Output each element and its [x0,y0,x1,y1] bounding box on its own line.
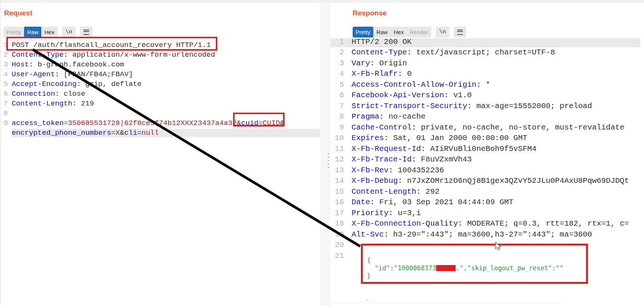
tab-raw[interactable]: Raw [373,27,391,38]
code-row: 11X-Fb-Request-Id: AIiRVuBli0neBoh9f5vSF… [330,143,640,154]
code-row: 2Content-Type: application/x-www-form-ur… [0,50,320,60]
code-line: Content-Type: text/javascript; charset=U… [352,48,555,57]
hamburger-icon [83,30,89,35]
code-row: 18X-Fb-Connection-Quality: MODERATE; q=0… [330,219,640,229]
line-number: 13 [330,166,344,175]
tab-render[interactable]: Render [407,27,431,38]
code-line: Host: b-graph.facebook.com [12,60,124,69]
line-number: 20 [330,241,344,249]
code-line: encrypted_phone_numbers=X&cli=null [12,129,320,137]
code-row: 2Content-Type: text/javascript; charset=… [330,47,640,58]
line-number: 16 [330,198,344,207]
code-line: Facebook-Api-Version: v1.0 [352,91,472,99]
menu-button[interactable] [454,27,466,38]
line-number: 1 [330,38,344,46]
line-number: 15 [330,187,344,196]
code-line: User-Agent: [FBAN/FB4A;FBAV] [12,70,133,78]
code-line: POST /auth/flashcall_account_recovery HT… [12,41,211,49]
code-row: 17Priority: u=3,i [330,208,640,219]
code-line: Priority: u=3,i [352,209,421,217]
code-line: X-Fb-Trace-Id: F8uVZxmVh43 [352,155,472,164]
request-editor[interactable]: 1POST /auth/flashcall_account_recovery H… [0,40,320,306]
code-line: X-Fb-Rlafr: 0 [352,69,412,78]
tab-pretty[interactable]: Pretty [353,27,373,38]
tab-hex[interactable]: Hex [41,27,58,38]
code-row: 3Host: b-graph.facebook.com [0,60,320,69]
code-row: 15Content-Length: 292 [330,186,640,197]
response-tabbar: Pretty Raw Hex Render \n [353,27,466,38]
code-row: 4X-Fb-Rlafr: 0 [330,69,640,80]
line-number: 6 [330,91,344,99]
json-close-brace: } [367,272,564,280]
response-panel-title: Response [353,9,387,17]
code-line: Access-Control-Allow-Origin: * [352,80,490,89]
line-number: 4 [330,69,344,78]
code-line: Content-Type: application/x-www-form-url… [12,51,215,59]
code-row: 8Pragma: no-cache [330,112,640,122]
request-panel-title: Request [4,9,32,17]
code-line: Content-Length: 219 [12,99,94,108]
line-number: 17 [330,209,344,217]
newline-toggle-button[interactable]: \n [436,27,449,38]
code-row: 10Expires: Sat, 01 Jan 2000 00:00:00 GMT [330,133,640,144]
body-area-divider [330,303,561,303]
code-row: 5Access-Control-Allow-Origin: * [330,79,640,90]
request-tabbar: Pretty Raw Hex \n [3,27,92,38]
line-number: 7 [0,99,8,108]
code-line: Pragma: no-cache [352,112,426,121]
code-line: Date: Fri, 03 Sep 2021 04:44:09 GMT [352,198,514,207]
code-row: 7Strict-Transport-Security: max-age=1555… [330,101,640,112]
json-id-prefix: "id":"1000068373 [367,264,436,272]
line-number: 18 [330,219,344,228]
tab-raw[interactable]: Raw [24,27,41,38]
code-line: Strict-Transport-Security: max-age=15552… [352,102,592,110]
line-number: 11 [330,145,344,153]
code-row: 13X-Fb-Rev: 1004352236 [330,165,640,176]
code-line: access_token=350685531728|62f8ce5f74b12X… [12,119,284,127]
line-number: 3 [330,59,344,68]
line-number: 1 [0,41,8,49]
code-row: 8 [0,109,320,118]
code-row: 19Alt-Svc: h3-29=":443"; ma=3600,h3-27="… [330,229,640,240]
line-number: 5 [330,80,344,89]
code-row: 16Date: Fri, 03 Sep 2021 04:44:09 GMT [330,197,640,208]
line-number: 9 [330,123,344,132]
menu-button[interactable] [80,27,92,38]
line-number: 10 [330,134,344,142]
newline-toggle-button[interactable]: \n [62,27,76,38]
json-id-line: "id":"1000068373.","skip_logout_pw_reset… [367,264,564,272]
line-number: 8 [330,112,344,121]
json-open-brace: { [367,256,564,264]
code-line: X-Fb-Request-Id: AIiRVuBli0neBoh9f5vSFM4 [352,145,536,153]
line-number: 2 [0,51,8,59]
code-row: 4User-Agent: [FBAN/FB4A;FBAV] [0,69,320,79]
tab-pretty[interactable]: Pretty [3,27,24,38]
code-row: 14X-Fb-Debug: n7JxZOMr1zO6nQj8B1gex3QZvY… [330,176,640,187]
request-panel: Request Pretty Raw Hex \n 1POST /auth/fl… [0,3,321,306]
panel-splitter[interactable] [320,3,331,306]
code-row: 6Facebook-Api-Version: v1.0 [330,90,640,101]
line-number: 12 [330,155,344,164]
code-row: 3Vary: Origin [330,58,640,69]
burp-message-viewer: Request Pretty Raw Hex \n 1POST /auth/fl… [0,0,644,306]
stray-mark [366,300,368,301]
code-row: encrypted_phone_numbers=X&cli=null [0,128,320,138]
line-number: 4 [0,70,8,78]
line-number: 2 [330,48,344,57]
code-line: Alt-Svc: h3-29=":443"; ma=3600,h3-27=":4… [352,230,592,239]
code-row: 9access_token=350685531728|62f8ce5f74b12… [0,118,320,128]
request-tab-group: Pretty Raw Hex [3,27,58,38]
tab-hex[interactable]: Hex [391,27,407,38]
code-line: Cache-Control: private, no-cache, no-sto… [352,123,624,132]
code-row: 20 [330,240,640,251]
code-line: Expires: Sat, 01 Jan 2000 00:00:00 GMT [352,134,527,142]
code-line: Connection: close [12,90,85,98]
line-number: 19 [330,230,344,239]
code-row: 5Accept-Encoding: gzip, deflate [0,79,320,89]
panel-splitter-handle[interactable] [328,153,329,170]
line-number: 7 [330,102,344,110]
line-number: 3 [0,60,8,69]
code-row: 12X-Fb-Trace-Id: F8uVZxmVh43 [330,154,640,165]
code-line: HTTP/2 200 OK [352,38,412,46]
line-number: 5 [0,80,8,88]
